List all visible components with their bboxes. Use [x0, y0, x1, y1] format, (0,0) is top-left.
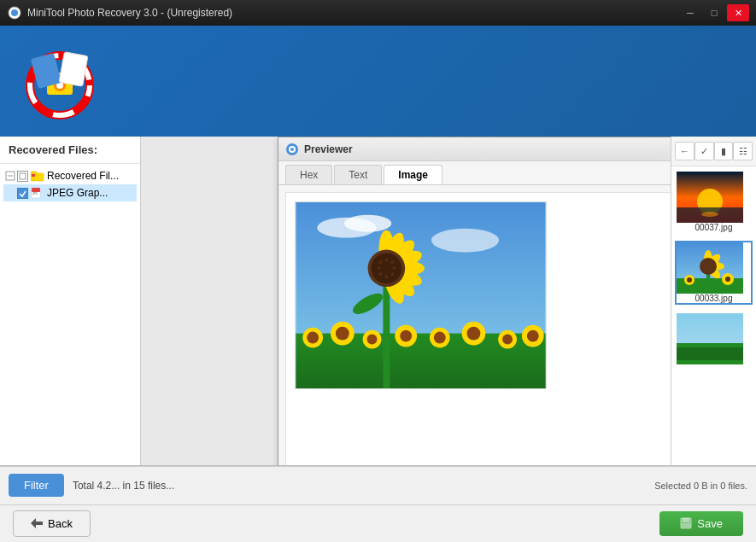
svg-rect-9 [59, 52, 88, 86]
footer: Back Save [0, 504, 756, 543]
file-tree: Recovered Fil... JPG JPEG Grap... [0, 164, 140, 465]
view-grid-button[interactable]: ☷ [733, 142, 753, 160]
window-controls: ─ □ ✕ [679, 4, 749, 21]
thumbnail-image-3 [677, 313, 743, 364]
tree-item-recovered[interactable]: Recovered Fil... [3, 167, 137, 184]
svg-point-21 [290, 148, 294, 151]
dialog-title: Previewer [304, 143, 671, 155]
bottom-area: Filter Total 4.2... in 15 files... Selec… [0, 465, 756, 542]
svg-point-78 [725, 277, 730, 282]
svg-point-66 [701, 212, 718, 217]
svg-point-30 [336, 327, 349, 341]
tab-hex[interactable]: Hex [285, 165, 332, 184]
tab-text[interactable]: Text [334, 165, 382, 184]
svg-text:JPG: JPG [32, 192, 38, 195]
tab-bar: Hex Text Image [278, 161, 671, 185]
thumbnail-image-2 [677, 242, 743, 294]
right-status-text: Selected 0 B in 0 files. [654, 481, 747, 491]
folder-icon [31, 170, 44, 182]
preview-image [295, 201, 547, 389]
tree-checkbox-2[interactable] [17, 188, 28, 199]
thumbnail-item-3[interactable] [675, 312, 753, 366]
right-panel: ← ✓ ▮ ☷ [671, 137, 756, 465]
nav-back-button[interactable]: ← [675, 142, 694, 160]
svg-point-60 [377, 266, 380, 270]
jpeg-icon: JPG [31, 187, 44, 199]
svg-rect-85 [682, 523, 690, 527]
svg-point-1 [11, 9, 18, 16]
tree-item-jpeg[interactable]: JPG JPEG Grap... [3, 184, 137, 201]
svg-point-24 [344, 215, 391, 232]
thumbnail-label-2: 00033.jpg [677, 294, 751, 303]
svg-point-32 [367, 335, 378, 345]
svg-point-59 [378, 272, 382, 276]
svg-point-34 [400, 330, 412, 342]
close-button[interactable]: ✕ [727, 4, 749, 21]
svg-point-28 [307, 332, 319, 344]
svg-point-25 [431, 229, 499, 253]
right-toolbar: ← ✓ ▮ ☷ [671, 137, 756, 166]
svg-point-55 [390, 260, 394, 264]
app-icon [7, 5, 22, 20]
expand-icon [5, 171, 15, 181]
middle-panel: Previewer □ ✕ Hex Text Image [141, 137, 671, 465]
svg-point-40 [502, 335, 513, 345]
svg-point-53 [372, 253, 402, 283]
svg-point-36 [434, 332, 446, 344]
svg-point-54 [384, 258, 388, 261]
svg-rect-43 [383, 278, 390, 388]
view-single-button[interactable]: ▮ [714, 142, 734, 160]
svg-rect-12 [20, 173, 26, 179]
tree-checkbox-1[interactable] [17, 171, 28, 182]
thumbnail-image-1 [677, 172, 743, 223]
app-logo [17, 38, 103, 124]
maximize-button[interactable]: □ [703, 4, 725, 21]
title-bar: MiniTool Photo Recovery 3.0 - (Unregiste… [0, 0, 756, 26]
svg-point-57 [390, 272, 394, 276]
svg-point-38 [467, 327, 481, 341]
minimize-button[interactable]: ─ [679, 4, 701, 21]
tab-image[interactable]: Image [384, 165, 442, 184]
left-panel: Recovered Files: [0, 137, 141, 465]
select-all-button[interactable]: ✓ [694, 142, 714, 160]
dialog-titlebar: Previewer □ ✕ [278, 137, 671, 161]
status-text: Total 4.2... in 15 files... [73, 480, 646, 492]
preview-content [285, 192, 671, 465]
svg-point-76 [687, 277, 692, 283]
tree-label-jpeg: JPEG Grap... [47, 187, 108, 199]
thumbnail-label-1: 00037.jpg [677, 223, 751, 232]
svg-marker-82 [31, 518, 43, 528]
thumbnail-item-1[interactable]: 00037.jpg [675, 170, 753, 234]
content-area: Recovered Files: [0, 137, 756, 465]
svg-rect-81 [677, 347, 743, 360]
thumbnail-list: 00037.jpg [671, 166, 756, 465]
save-button[interactable]: Save [659, 511, 743, 536]
svg-rect-15 [32, 174, 35, 177]
svg-point-74 [700, 258, 717, 275]
app-title: MiniTool Photo Recovery 3.0 - (Unregiste… [27, 7, 679, 19]
recovered-files-title: Recovered Files: [0, 137, 140, 164]
svg-point-61 [378, 260, 382, 264]
save-icon [680, 517, 692, 529]
previewer-dialog: Previewer □ ✕ Hex Text Image [278, 137, 671, 465]
dialog-app-icon [285, 143, 299, 156]
filter-button[interactable]: Filter [9, 474, 64, 497]
tree-label-recovered: Recovered Fil... [47, 170, 119, 182]
svg-point-56 [392, 266, 396, 270]
back-button[interactable]: Back [13, 510, 91, 537]
bottom-bar: Filter Total 4.2... in 15 files... Selec… [0, 466, 756, 504]
svg-rect-84 [683, 518, 689, 522]
svg-point-42 [527, 330, 539, 342]
svg-point-58 [384, 275, 388, 278]
app-header [0, 26, 756, 137]
main-window: Recovered Files: [0, 26, 756, 542]
back-icon [31, 518, 43, 528]
thumbnail-item-2[interactable]: 00033.jpg [675, 241, 753, 305]
